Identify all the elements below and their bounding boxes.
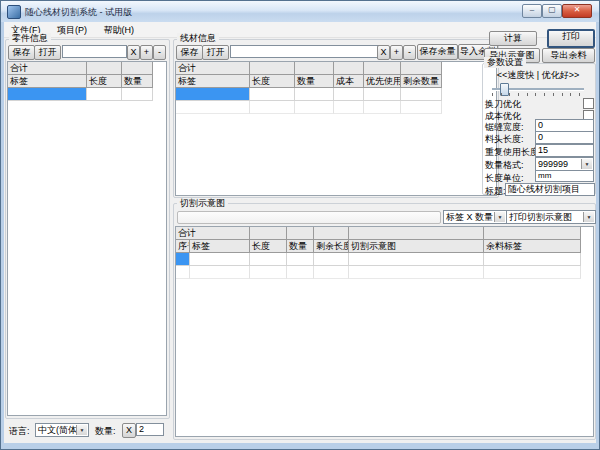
maximize-button[interactable]: ▢ <box>542 4 562 18</box>
part-col-length[interactable]: 长度 <box>87 75 122 88</box>
wire-open-button[interactable]: 打开 <box>202 45 229 60</box>
wire-col-remaining[interactable]: 剩余数量 <box>401 75 442 88</box>
part-open-button[interactable]: 打开 <box>34 45 61 60</box>
part-add-button[interactable]: + <box>140 45 153 60</box>
cut-table: 合计 序号 标签 长度 数量 剩余长度 切割示意图 余料标签 <box>175 226 594 437</box>
part-total-row: 合计 <box>8 62 166 75</box>
part-col-label[interactable]: 标签 <box>8 75 87 88</box>
print-diagram-select[interactable]: 打印切割示意图 ▼ <box>506 210 596 224</box>
wire-col-length[interactable]: 长度 <box>250 75 295 88</box>
print-diagram-value: 打印切割示意图 <box>509 212 572 222</box>
footer-quantity-label: 数量: <box>95 425 116 438</box>
part-table: 合计 标签 长度 数量 <box>7 61 167 416</box>
cut-total-row: 合计 <box>176 227 593 240</box>
wire-col-label[interactable]: 标签 <box>176 75 250 88</box>
wire-info-title: 线材信息 <box>177 33 219 44</box>
chevron-down-icon[interactable]: ▼ <box>583 212 594 222</box>
cut-cell[interactable] <box>250 253 287 266</box>
project-title-input[interactable]: 随心线材切割项目 <box>505 183 595 196</box>
menu-project[interactable]: 项目(P) <box>50 22 94 37</box>
chevron-down-icon[interactable]: ▼ <box>581 159 592 169</box>
language-value: 中文(简体) <box>38 425 80 435</box>
title-bar[interactable]: 随心线材切割系统 - 试用版 – ▢ ✕ <box>1 1 599 22</box>
calculate-button[interactable]: 计算 <box>489 31 537 46</box>
minimize-button[interactable]: – <box>522 4 542 18</box>
cut-col-index[interactable]: 序号 <box>176 240 190 253</box>
cut-col-label[interactable]: 标签 <box>190 240 250 253</box>
reuse-length-input[interactable]: 15 <box>535 144 594 157</box>
cut-col-remaining-length[interactable]: 剩余长度 <box>314 240 349 253</box>
part-cell[interactable] <box>87 88 122 101</box>
progress-bar <box>177 211 441 224</box>
close-button[interactable]: ✕ <box>562 4 592 18</box>
cut-total-cell <box>250 227 287 240</box>
length-unit-input[interactable]: mm <box>535 170 594 182</box>
save-remainder-button[interactable]: 保存余量 <box>417 44 458 60</box>
part-header-row: 标签 长度 数量 <box>8 75 166 88</box>
settings-title: 参数设置 <box>484 57 526 68</box>
part-clear-button[interactable]: X <box>127 45 140 60</box>
part-cell[interactable] <box>122 88 153 101</box>
wire-row-selected[interactable] <box>176 88 496 101</box>
wire-total-cell <box>401 62 442 75</box>
app-window: 随心线材切割系统 - 试用版 – ▢ ✕ 文件(F) 项目(P) 帮助(H) 零… <box>0 0 600 450</box>
footer-quantity-input[interactable]: 2 <box>136 423 164 436</box>
slider-tick-marks <box>492 93 584 96</box>
qty-format-select[interactable]: 999999 ▼ <box>535 157 594 171</box>
cut-row-empty[interactable] <box>176 266 593 279</box>
cut-total-cell: 合计 <box>176 227 250 240</box>
cut-col-qty[interactable]: 数量 <box>287 240 314 253</box>
wire-add-button[interactable]: + <box>390 45 403 60</box>
qty-format-value: 999999 <box>538 159 568 169</box>
part-row-selected[interactable] <box>8 88 166 101</box>
chevron-down-icon[interactable]: ▼ <box>494 212 505 222</box>
wire-cell-selected[interactable] <box>176 88 250 101</box>
cut-row-selected[interactable] <box>176 253 593 266</box>
cut-cell-selected[interactable] <box>176 253 190 266</box>
print-button[interactable]: 打印 <box>547 29 595 48</box>
export-remainder-button[interactable]: 导出余料 <box>542 48 595 63</box>
wire-clear-button[interactable]: X <box>377 45 390 60</box>
cut-col-remainder-label[interactable]: 余料标签 <box>484 240 581 253</box>
cut-cell[interactable] <box>484 253 581 266</box>
app-icon <box>7 5 21 19</box>
wire-row-empty[interactable] <box>176 101 496 114</box>
wire-cell[interactable] <box>334 88 364 101</box>
language-select[interactable]: 中文(简体) ▼ <box>35 423 89 437</box>
wire-col-qty[interactable]: 数量 <box>295 75 334 88</box>
chevron-down-icon[interactable]: ▼ <box>76 425 87 435</box>
part-col-qty[interactable]: 数量 <box>122 75 153 88</box>
project-title-label: 标题: <box>485 185 506 198</box>
part-total-cell <box>87 62 122 75</box>
cut-header-row: 序号 标签 长度 数量 剩余长度 切割示意图 余料标签 <box>176 240 593 253</box>
part-save-button[interactable]: 保存 <box>8 45 35 60</box>
wire-remove-button[interactable]: - <box>403 45 416 60</box>
tool-change-opt-checkbox[interactable] <box>583 98 594 109</box>
label-qty-select[interactable]: 标签 X 数量 ▼ <box>443 210 507 224</box>
footer-x-button[interactable]: X <box>122 423 136 438</box>
cut-cell[interactable] <box>287 253 314 266</box>
cut-col-diagram[interactable]: 切割示意图 <box>349 240 484 253</box>
wire-cell[interactable] <box>250 88 295 101</box>
cut-col-length[interactable]: 长度 <box>250 240 287 253</box>
wire-total-cell <box>250 62 295 75</box>
wire-cell[interactable] <box>401 88 442 101</box>
head-length-input[interactable]: 0 <box>535 131 594 144</box>
part-remove-button[interactable]: - <box>153 45 166 60</box>
wire-save-button[interactable]: 保存 <box>176 45 203 60</box>
wire-total-cell <box>295 62 334 75</box>
cut-total-cell <box>314 227 349 240</box>
wire-total-cell <box>364 62 401 75</box>
menu-help[interactable]: 帮助(H) <box>97 22 142 37</box>
part-name-input[interactable] <box>62 45 127 58</box>
wire-cell[interactable] <box>295 88 334 101</box>
cut-cell[interactable] <box>349 253 484 266</box>
part-cell-selected[interactable] <box>8 88 87 101</box>
cut-cell[interactable] <box>314 253 349 266</box>
wire-name-input[interactable] <box>230 45 379 58</box>
wire-cell[interactable] <box>364 88 401 101</box>
wire-col-priority[interactable]: 优先使用 <box>364 75 401 88</box>
cut-cell[interactable] <box>190 253 250 266</box>
wire-total-cell <box>334 62 364 75</box>
wire-col-cost[interactable]: 成本 <box>334 75 364 88</box>
